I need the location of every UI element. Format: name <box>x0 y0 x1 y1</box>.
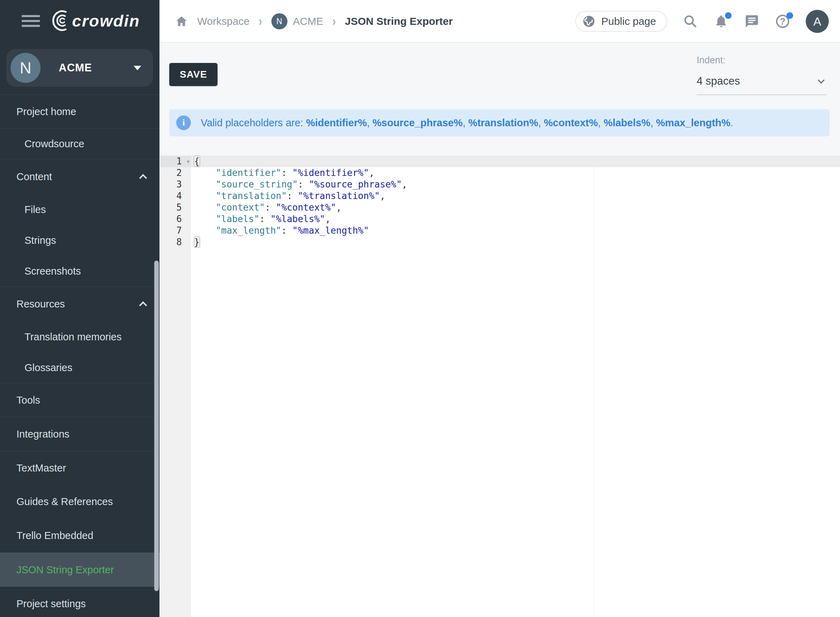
sidebar-item-textmaster[interactable]: TextMaster <box>0 451 159 485</box>
messages-icon[interactable] <box>744 14 760 29</box>
breadcrumb-item-acme[interactable]: NACME <box>271 13 323 30</box>
sidebar-item-content[interactable]: Content <box>0 159 159 194</box>
code-token: : <box>265 202 276 213</box>
code-line-4[interactable]: 4 "translation": "%translation%", <box>160 190 840 202</box>
save-button[interactable]: SAVE <box>169 63 218 86</box>
sidebar-item-resources[interactable]: Resources <box>0 286 159 322</box>
sidebar-item-screenshots[interactable]: Screenshots <box>0 256 159 286</box>
code-token: "%identifier%" <box>292 168 369 178</box>
sidebar-item-json-string-exporter[interactable]: JSON String Exporter <box>0 553 159 587</box>
sidebar-item-files[interactable]: Files <box>0 194 159 225</box>
breadcrumb-item-json-string-exporter[interactable]: JSON String Exporter <box>345 15 452 27</box>
sidebar-item-project-settings[interactable]: Project settings <box>0 587 159 617</box>
indent-selected-value: 4 spaces <box>697 75 740 87</box>
user-avatar[interactable]: A <box>806 10 829 33</box>
code-line-content: "labels": "%labels%", <box>191 213 840 225</box>
placeholder-token: %context% <box>544 117 598 128</box>
code-token <box>194 202 216 213</box>
crowdin-logo[interactable]: crowdin <box>47 9 140 32</box>
sidebar-item-label: Translation memories <box>25 331 122 343</box>
code-line-1[interactable]: 1▾{ <box>160 156 840 167</box>
sidebar-item-trello-embedded[interactable]: Trello Embedded <box>0 519 159 553</box>
placeholder-token: %source_phrase% <box>373 117 463 128</box>
notification-badge-dot <box>725 12 732 19</box>
search-icon[interactable] <box>682 14 698 29</box>
placeholder-token: %translation% <box>468 117 538 128</box>
code-token: , <box>325 214 331 224</box>
code-token: } <box>194 236 200 248</box>
code-token: "max_length" <box>216 225 281 236</box>
line-number: 1▾ <box>160 156 191 167</box>
breadcrumb-separator-icon: › <box>259 14 262 29</box>
sidebar-item-translation-memories[interactable]: Translation memories <box>0 322 159 352</box>
sidebar-item-project-home[interactable]: Project home <box>0 94 159 128</box>
code-token: { <box>194 156 200 167</box>
breadcrumb-separator-icon: › <box>332 14 336 29</box>
project-name: ACME <box>59 62 134 74</box>
code-line-2[interactable]: 2 "identifier": "%identifier%", <box>160 167 840 179</box>
code-line-6[interactable]: 6 "labels": "%labels%", <box>160 213 840 225</box>
sidebar: N ACME Project homeCrowdsourceContentFil… <box>0 43 159 617</box>
code-line-content: "context": "%context%", <box>191 202 840 213</box>
home-icon[interactable] <box>175 15 188 28</box>
info-icon: i <box>176 115 191 130</box>
main-content: SAVE Indent: 4 spaces i Valid placeholde… <box>159 43 840 617</box>
code-token <box>194 179 216 190</box>
caret-down-icon <box>134 66 141 70</box>
public-page-button[interactable]: Public page <box>575 11 667 32</box>
breadcrumb-item-label: JSON String Exporter <box>345 15 452 27</box>
breadcrumb-project-badge: N <box>271 13 287 30</box>
code-token: "%max_length%" <box>292 225 369 236</box>
sidebar-item-label: JSON String Exporter <box>16 564 114 576</box>
breadcrumb-item-label: ACME <box>293 15 323 27</box>
code-token: : <box>281 225 292 236</box>
chevron-up-icon <box>139 174 147 182</box>
placeholder-token: %max_length% <box>656 117 731 128</box>
code-line-content: "identifier": "%identifier%", <box>191 167 840 179</box>
code-token: "translation" <box>216 190 287 201</box>
code-token: , <box>369 168 374 178</box>
code-token: , <box>402 179 407 190</box>
breadcrumb-item-label: Workspace <box>197 15 250 27</box>
code-line-5[interactable]: 5 "context": "%context%", <box>160 202 840 213</box>
project-selector[interactable]: N ACME <box>6 49 153 87</box>
code-token: "%context%" <box>276 202 336 213</box>
sidebar-item-tools[interactable]: Tools <box>0 383 159 417</box>
sidebar-scrollbar[interactable] <box>154 261 159 591</box>
line-number: 8 <box>160 236 191 248</box>
hamburger-menu-icon[interactable] <box>22 15 40 30</box>
sidebar-item-crowdsource[interactable]: Crowdsource <box>0 128 159 159</box>
sidebar-item-integrations[interactable]: Integrations <box>0 417 159 451</box>
code-editor[interactable]: 1▾{2 "identifier": "%identifier%",3 "sou… <box>160 156 840 617</box>
breadcrumb-item-workspace[interactable]: Workspace <box>197 15 250 27</box>
code-token: "context" <box>216 202 265 213</box>
help-icon[interactable]: ? <box>775 14 790 29</box>
banner-text: Valid placeholders are: %identifier%, %s… <box>201 117 733 129</box>
code-token: "%source_phrase%" <box>309 179 402 190</box>
notifications-bell-icon[interactable] <box>713 14 729 29</box>
code-token: "source_string" <box>216 179 298 190</box>
fold-toggle-icon[interactable]: ▾ <box>186 156 190 167</box>
indent-control: Indent: 4 spaces <box>697 55 827 95</box>
indent-select[interactable]: 4 spaces <box>697 75 827 95</box>
line-number: 3 <box>160 179 191 190</box>
sidebar-item-strings[interactable]: Strings <box>0 225 159 256</box>
sidebar-item-glossaries[interactable]: Glossaries <box>0 352 159 383</box>
code-line-3[interactable]: 3 "source_string": "%source_phrase%", <box>160 179 840 190</box>
sidebar-item-label: Project home <box>16 106 76 118</box>
line-number: 6 <box>160 213 191 225</box>
sidebar-item-label: Files <box>25 204 46 216</box>
code-line-7[interactable]: 7 "max_length": "%max_length%" <box>160 225 840 236</box>
globe-icon <box>582 15 595 28</box>
sidebar-item-label: Trello Embedded <box>16 530 93 542</box>
sidebar-item-label: Guides & References <box>16 496 113 508</box>
code-token: : <box>287 190 298 201</box>
crowdin-logo-text: crowdin <box>72 11 140 30</box>
help-badge-dot <box>787 12 793 19</box>
sidebar-item-guides-references[interactable]: Guides & References <box>0 485 159 519</box>
line-number: 4 <box>160 190 191 202</box>
code-line-content: "translation": "%translation%", <box>191 190 840 202</box>
code-line-8[interactable]: 8} <box>160 236 840 248</box>
sidebar-item-label: Tools <box>16 394 40 406</box>
code-token: : <box>281 168 292 178</box>
